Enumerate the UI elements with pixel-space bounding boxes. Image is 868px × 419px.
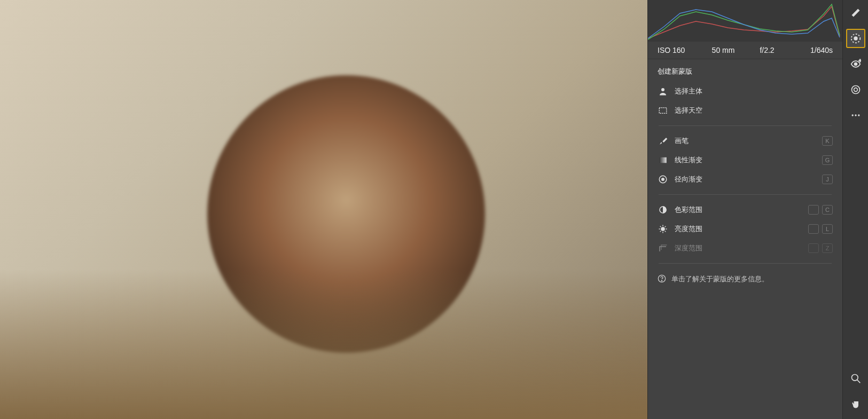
luminance-icon bbox=[658, 224, 668, 234]
zoom-tool-button[interactable] bbox=[846, 369, 865, 388]
masking-panel: ISO 160 50 mm f/2.2 1/640s 创建新蒙版 选择主体 选择… bbox=[647, 0, 842, 419]
depth-alt-shortcut bbox=[808, 243, 819, 253]
svg-line-27 bbox=[857, 380, 860, 383]
radial-shortcut: J bbox=[822, 175, 833, 184]
healing-tool-button[interactable] bbox=[846, 80, 865, 99]
svg-point-19 bbox=[854, 63, 857, 66]
svg-point-25 bbox=[858, 114, 859, 116]
linear-gradient-icon bbox=[658, 155, 668, 165]
svg-line-11 bbox=[660, 226, 661, 227]
depth-shortcut: Z bbox=[822, 243, 833, 253]
depth-icon bbox=[658, 243, 668, 254]
color-range-button[interactable]: 色彩范围 C bbox=[654, 200, 836, 219]
brush-shortcut: K bbox=[822, 136, 833, 146]
color-alt-shortcut bbox=[808, 205, 819, 215]
svg-text:+: + bbox=[858, 59, 861, 64]
redeye-tool-button[interactable]: + bbox=[846, 54, 865, 74]
color-range-label: 色彩范围 bbox=[675, 205, 702, 215]
exif-row: ISO 160 50 mm f/2.2 1/640s bbox=[648, 42, 842, 59]
image-canvas[interactable] bbox=[0, 0, 647, 419]
svg-point-0 bbox=[661, 88, 664, 91]
brush-icon bbox=[658, 136, 668, 146]
exif-aperture: f/2.2 bbox=[745, 46, 789, 54]
svg-line-12 bbox=[665, 231, 666, 232]
brush-label: 画笔 bbox=[675, 136, 689, 146]
depth-range-button[interactable]: 深度范围 Z bbox=[654, 239, 836, 258]
svg-point-22 bbox=[854, 88, 857, 92]
luminance-range-button[interactable]: 亮度范围 L bbox=[654, 219, 836, 239]
svg-point-18 bbox=[854, 36, 857, 40]
depth-range-label: 深度范围 bbox=[675, 243, 702, 253]
svg-point-4 bbox=[661, 178, 664, 181]
brush-button[interactable]: 画笔 K bbox=[654, 131, 836, 151]
help-text: 单击了解关于蒙版的更多信息。 bbox=[671, 275, 769, 284]
exif-focal: 50 mm bbox=[701, 46, 745, 54]
radial-gradient-icon bbox=[658, 174, 668, 185]
lum-alt-shortcut bbox=[808, 224, 819, 234]
svg-point-6 bbox=[661, 227, 665, 231]
svg-line-13 bbox=[660, 231, 661, 232]
exif-shutter: 1/640s bbox=[789, 46, 833, 54]
linear-shortcut: G bbox=[822, 155, 833, 165]
help-icon bbox=[658, 274, 666, 284]
select-sky-label: 选择天空 bbox=[675, 106, 702, 115]
lum-shortcut: L bbox=[822, 224, 833, 234]
radial-gradient-button[interactable]: 径向渐变 J bbox=[654, 170, 836, 189]
select-subject-button[interactable]: 选择主体 bbox=[654, 82, 836, 101]
svg-point-26 bbox=[851, 375, 858, 381]
help-link[interactable]: 单击了解关于蒙版的更多信息。 bbox=[648, 269, 842, 290]
more-tool-button[interactable] bbox=[846, 106, 865, 125]
svg-rect-2 bbox=[659, 157, 667, 163]
svg-line-14 bbox=[665, 226, 666, 227]
luminance-range-label: 亮度范围 bbox=[675, 224, 702, 234]
linear-gradient-button[interactable]: 线性渐变 G bbox=[654, 151, 836, 170]
exif-iso: ISO 160 bbox=[658, 46, 701, 54]
create-new-mask-title: 创建新蒙版 bbox=[648, 59, 842, 82]
svg-point-16 bbox=[661, 280, 662, 281]
color-shortcut: C bbox=[822, 205, 833, 215]
edit-tool-button[interactable] bbox=[846, 3, 865, 22]
histogram[interactable] bbox=[648, 0, 842, 42]
select-sky-button[interactable]: 选择天空 bbox=[654, 101, 836, 120]
color-range-icon bbox=[658, 204, 668, 215]
right-toolstrip: + bbox=[842, 0, 868, 419]
svg-point-21 bbox=[851, 86, 859, 94]
svg-point-23 bbox=[851, 114, 853, 116]
select-subject-label: 选择主体 bbox=[675, 86, 702, 96]
svg-point-24 bbox=[855, 114, 856, 116]
hand-tool-button[interactable] bbox=[846, 394, 865, 414]
radial-gradient-label: 径向渐变 bbox=[675, 175, 702, 184]
svg-rect-1 bbox=[659, 108, 667, 114]
person-icon bbox=[658, 86, 668, 97]
masking-tool-button[interactable] bbox=[846, 29, 865, 48]
linear-gradient-label: 线性渐变 bbox=[675, 155, 702, 165]
sky-icon bbox=[658, 105, 668, 116]
